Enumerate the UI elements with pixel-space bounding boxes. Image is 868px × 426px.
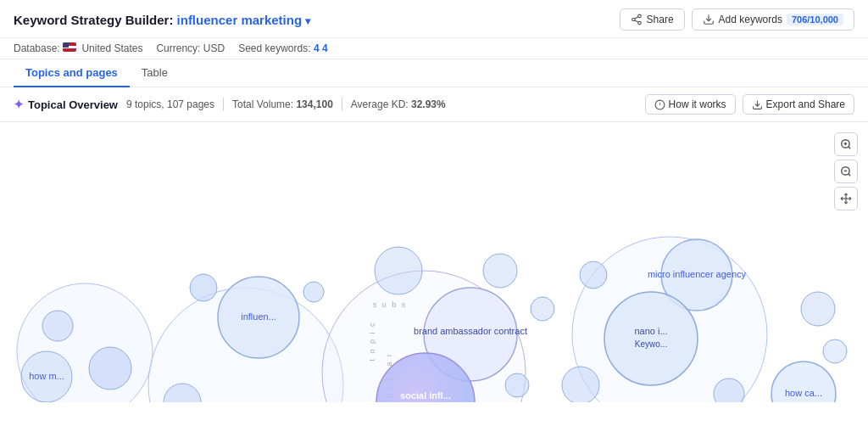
share-button[interactable]: Share: [620, 8, 685, 31]
title-prefix: Keyword Strategy Builder:: [14, 13, 177, 27]
add-keywords-button[interactable]: Add keywords 706/10,000: [692, 8, 854, 31]
seed-count: 4: [314, 42, 320, 54]
currency-value: USD: [203, 42, 225, 54]
header-left: Keyword Strategy Builder: influencer mar…: [14, 13, 310, 27]
overview-meta: 9 topics, 107 pages: [126, 98, 214, 110]
label-brand-ambassador: brand ambassador contract: [414, 326, 527, 336]
overview-bar: ✦ Topical Overview 9 topics, 107 pages T…: [0, 87, 868, 122]
info-icon: [654, 99, 665, 110]
bubble-center-sat-2[interactable]: [483, 254, 517, 288]
label-nano-i-2: Keywo...: [635, 339, 667, 349]
bubble-sat-1[interactable]: [190, 274, 217, 301]
page-title: Keyword Strategy Builder: influencer mar…: [14, 13, 310, 27]
label-micro-agency: micro influencer agency: [648, 269, 747, 279]
share-icon: [631, 14, 643, 25]
tab-topics-pages[interactable]: Topics and pages: [14, 59, 130, 87]
divider2: [342, 98, 342, 111]
title-highlight: influencer marketing: [177, 13, 303, 27]
keywords-count-badge: 706/10,000: [787, 14, 843, 25]
sparkle-icon: ✦: [14, 98, 24, 111]
label-nano-i-1: nano i...: [634, 326, 667, 336]
zoom-controls: [834, 132, 858, 210]
export-label: Export and Share: [766, 98, 845, 110]
svg-point-2: [637, 21, 641, 25]
zoom-out-button[interactable]: [834, 160, 858, 183]
seed-keywords-info: Seed keywords: 4 4: [238, 42, 327, 54]
total-volume: Total Volume: 134,100: [232, 98, 333, 110]
label-how-m: how m...: [29, 371, 64, 381]
header: Keyword Strategy Builder: influencer mar…: [0, 0, 868, 38]
export-share-button[interactable]: Export and Share: [743, 94, 854, 115]
bubble-sat-2[interactable]: [303, 282, 324, 302]
visualization-area: how m... influen... influencer mark... s…: [0, 122, 868, 402]
subheader: Database: United States Currency: USD Se…: [0, 38, 868, 59]
svg-line-15: [849, 174, 851, 177]
label-social-infl-1: social infl...: [400, 390, 451, 401]
bubble-center-sat-1[interactable]: [505, 373, 529, 397]
bubble-nano-i[interactable]: [604, 292, 698, 385]
avg-kd: Average KD: 32.93%: [351, 98, 446, 110]
how-it-works-label: How it works: [669, 98, 726, 110]
svg-point-1: [632, 18, 635, 21]
zoom-in-button[interactable]: [834, 132, 858, 156]
download-icon: [703, 14, 715, 25]
zoom-in-icon: [840, 138, 852, 150]
tabs: Topics and pages Table: [0, 59, 868, 87]
svg-line-4: [635, 17, 638, 19]
bubble-right-sat-1[interactable]: [580, 261, 607, 289]
export-icon: [752, 99, 763, 110]
bubble-center-sat-3[interactable]: [531, 297, 554, 321]
title-chevron-icon[interactable]: ▾: [305, 15, 310, 27]
svg-line-3: [635, 20, 638, 22]
label-subs: s u b s: [373, 300, 408, 309]
header-right: Share Add keywords 706/10,000: [620, 8, 854, 31]
label-influen: influen...: [241, 311, 276, 322]
overview-title: ✦ Topical Overview: [14, 98, 118, 111]
bubble-small-1[interactable]: [89, 347, 131, 390]
zoom-reset-button[interactable]: [834, 187, 858, 210]
bubble-small-2[interactable]: [42, 311, 73, 341]
add-keywords-label: Add keywords: [719, 14, 782, 25]
share-label: Share: [647, 14, 674, 25]
divider: [223, 98, 224, 111]
how-it-works-button[interactable]: How it works: [645, 94, 736, 115]
bubble-right-sat-2[interactable]: [562, 367, 599, 402]
currency-info: Currency: USD: [156, 42, 225, 54]
overview-title-text: Topical Overview: [28, 98, 118, 111]
label-topic: t o p i c: [368, 321, 376, 361]
bubble-center-sat-4[interactable]: [375, 247, 422, 294]
label-how-ca: how ca...: [785, 388, 822, 398]
bubble-far-right-1[interactable]: [801, 292, 835, 326]
bubble-far-right-2[interactable]: [823, 339, 847, 363]
svg-point-0: [637, 14, 641, 18]
database-value: United States: [81, 42, 142, 54]
tab-table[interactable]: Table: [130, 59, 180, 87]
database-label: Database: United States: [14, 42, 142, 54]
zoom-out-icon: [840, 165, 852, 177]
overview-bar-right: How it works Export and Share: [645, 94, 854, 115]
bubble-chart[interactable]: how m... influen... influencer mark... s…: [0, 122, 868, 402]
svg-line-11: [849, 147, 851, 149]
move-icon: [840, 193, 852, 205]
us-flag-icon: [63, 42, 76, 52]
